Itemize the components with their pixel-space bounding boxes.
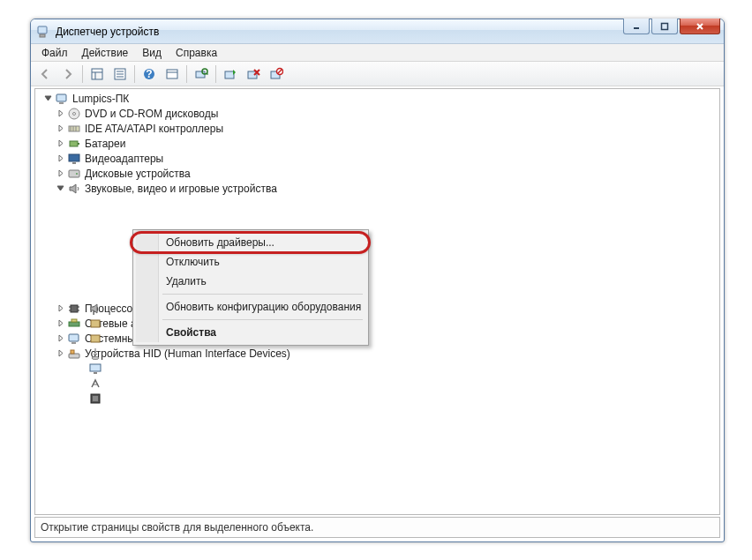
toolbar-separator xyxy=(134,65,135,83)
svg-rect-34 xyxy=(72,162,76,164)
svg-rect-44 xyxy=(93,396,98,401)
expand-icon[interactable] xyxy=(53,304,67,312)
sound-icon xyxy=(67,182,81,196)
svg-rect-1 xyxy=(40,34,45,37)
tree-item-label: DVD и CD-ROM дисководы xyxy=(85,108,218,120)
svg-rect-15 xyxy=(196,71,205,78)
tree-item-label: Дисковые устройства xyxy=(85,168,191,180)
show-hide-tree-button[interactable] xyxy=(86,63,108,85)
maximize-button[interactable] xyxy=(651,19,678,34)
device-manager-window: Диспетчер устройств Файл Действие Вид Сп… xyxy=(30,19,725,542)
expand-icon[interactable] xyxy=(53,139,67,147)
svg-rect-33 xyxy=(69,154,79,161)
expand-icon[interactable] xyxy=(53,349,67,357)
tree-root-label: Lumpics-ПК xyxy=(72,93,129,105)
ide-controller-icon xyxy=(67,122,81,136)
tree-item-hid[interactable]: Устройства HID (Human Interface Devices) xyxy=(35,346,719,361)
context-menu-delete[interactable]: Удалить xyxy=(136,272,365,291)
svg-rect-41 xyxy=(94,372,97,374)
menu-action[interactable]: Действие xyxy=(75,44,136,61)
collapse-icon[interactable] xyxy=(41,94,55,102)
computer-icon xyxy=(55,92,69,106)
app-icon xyxy=(36,25,50,39)
svg-point-39 xyxy=(92,356,99,359)
context-menu-scan-hardware[interactable]: Обновить конфигурацию оборудования xyxy=(136,297,365,317)
statusbar: Открытие страницы свойств для выделенног… xyxy=(34,517,720,538)
svg-point-36 xyxy=(76,173,78,175)
context-menu-update-drivers[interactable]: Обновить драйверы... xyxy=(136,233,365,252)
hid-icon xyxy=(67,347,81,361)
network-adapter-icon xyxy=(67,317,81,331)
svg-rect-3 xyxy=(662,23,668,29)
properties-button[interactable] xyxy=(109,63,131,85)
svg-rect-50 xyxy=(69,322,79,326)
help-button[interactable]: ? xyxy=(139,63,160,85)
toolbar: ? xyxy=(31,62,724,86)
svg-rect-32 xyxy=(78,143,79,145)
svg-rect-53 xyxy=(71,342,76,344)
tree-root[interactable]: Lumpics-ПК xyxy=(35,91,719,106)
svg-text:?: ? xyxy=(146,68,152,80)
context-menu-separator xyxy=(162,319,363,320)
menu-help[interactable]: Справка xyxy=(169,44,224,61)
tree-item-sound[interactable]: Звуковые, видео и игровые устройства xyxy=(35,181,719,196)
svg-rect-55 xyxy=(71,350,74,354)
menubar: Файл Действие Вид Справка xyxy=(31,44,724,62)
context-menu-properties[interactable]: Свойства xyxy=(136,323,365,342)
tree-item-batteries[interactable]: Батареи xyxy=(35,136,719,151)
context-menu-disable[interactable]: Отключить xyxy=(136,252,365,272)
svg-rect-52 xyxy=(69,334,79,341)
window-title: Диспетчер устройств xyxy=(56,26,159,38)
cpu-icon xyxy=(67,302,81,316)
toolbar-separator xyxy=(82,65,83,83)
expand-icon[interactable] xyxy=(53,109,67,117)
context-menu: Обновить драйверы... Отключить Удалить О… xyxy=(132,229,369,346)
tree-item-dvd[interactable]: DVD и CD-ROM дисководы xyxy=(35,106,719,121)
close-button[interactable] xyxy=(680,19,720,34)
svg-rect-38 xyxy=(91,335,100,342)
toolbar-separator xyxy=(186,65,187,83)
update-driver-button[interactable] xyxy=(220,63,241,85)
uninstall-button[interactable] xyxy=(243,63,264,85)
tree-item-label: IDE ATA/ATAPI контроллеры xyxy=(85,123,223,135)
forward-button[interactable] xyxy=(57,63,79,85)
tree-item-label: Звуковые, видео и игровые устройства xyxy=(85,183,277,195)
tree-item-ide[interactable]: IDE ATA/ATAPI контроллеры xyxy=(35,121,719,136)
svg-rect-37 xyxy=(91,320,100,327)
titlebar: Диспетчер устройств xyxy=(31,19,724,44)
menu-view[interactable]: Вид xyxy=(135,44,169,61)
svg-rect-45 xyxy=(71,305,78,312)
svg-rect-35 xyxy=(69,170,79,177)
svg-rect-4 xyxy=(92,69,102,79)
svg-rect-51 xyxy=(71,319,77,322)
tree-item-display[interactable]: Видеоадаптеры xyxy=(35,151,719,166)
svg-point-26 xyxy=(73,112,76,115)
menu-file[interactable]: Файл xyxy=(34,44,75,61)
svg-rect-31 xyxy=(70,141,78,146)
svg-rect-13 xyxy=(167,70,177,78)
expand-icon[interactable] xyxy=(53,169,67,177)
disc-icon xyxy=(67,107,81,121)
window-buttons xyxy=(623,19,720,34)
disable-button[interactable] xyxy=(266,63,287,85)
context-menu-separator xyxy=(162,294,363,295)
disk-drive-icon xyxy=(67,167,81,181)
scan-hardware-button[interactable] xyxy=(191,63,212,85)
expand-icon[interactable] xyxy=(53,334,67,342)
svg-rect-24 xyxy=(59,102,64,104)
svg-rect-23 xyxy=(56,94,66,101)
svg-rect-0 xyxy=(38,26,47,34)
tree-item-disks[interactable]: Дисковые устройства xyxy=(35,166,719,181)
expand-icon[interactable] xyxy=(53,124,67,132)
tree-item-label: Батареи xyxy=(85,138,125,150)
minimize-button[interactable] xyxy=(623,19,650,34)
battery-icon xyxy=(67,137,81,151)
svg-line-17 xyxy=(207,73,208,75)
system-device-icon xyxy=(67,332,81,346)
back-button[interactable] xyxy=(34,63,56,85)
action-button[interactable] xyxy=(162,63,183,85)
collapse-icon[interactable] xyxy=(53,184,67,192)
expand-icon[interactable] xyxy=(53,154,67,162)
toolbar-separator xyxy=(215,65,216,83)
expand-icon[interactable] xyxy=(53,319,67,327)
